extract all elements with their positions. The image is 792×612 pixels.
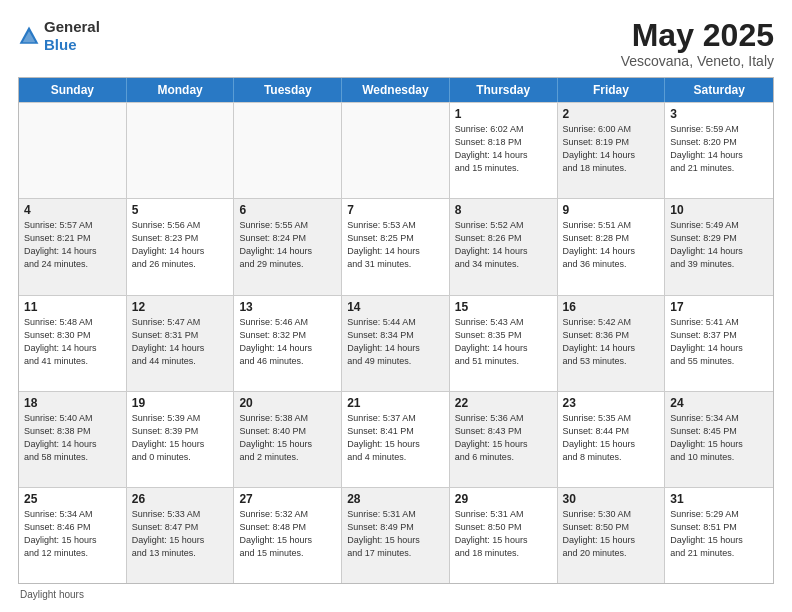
day-info: Sunrise: 5:53 AM Sunset: 8:25 PM Dayligh… [347,219,444,271]
calendar-cell [234,103,342,198]
calendar-header-cell: Tuesday [234,78,342,102]
day-info: Sunrise: 5:41 AM Sunset: 8:37 PM Dayligh… [670,316,768,368]
footer-note: Daylight hours [18,589,774,600]
calendar-header-cell: Sunday [19,78,127,102]
calendar-cell [127,103,235,198]
day-number: 25 [24,492,121,506]
day-number: 6 [239,203,336,217]
day-number: 15 [455,300,552,314]
day-info: Sunrise: 5:49 AM Sunset: 8:29 PM Dayligh… [670,219,768,271]
calendar-header-cell: Friday [558,78,666,102]
day-info: Sunrise: 5:40 AM Sunset: 8:38 PM Dayligh… [24,412,121,464]
day-info: Sunrise: 5:55 AM Sunset: 8:24 PM Dayligh… [239,219,336,271]
day-number: 22 [455,396,552,410]
day-number: 7 [347,203,444,217]
day-info: Sunrise: 5:44 AM Sunset: 8:34 PM Dayligh… [347,316,444,368]
day-info: Sunrise: 5:47 AM Sunset: 8:31 PM Dayligh… [132,316,229,368]
day-info: Sunrise: 5:33 AM Sunset: 8:47 PM Dayligh… [132,508,229,560]
day-number: 31 [670,492,768,506]
calendar-cell: 7Sunrise: 5:53 AM Sunset: 8:25 PM Daylig… [342,199,450,294]
calendar-cell: 19Sunrise: 5:39 AM Sunset: 8:39 PM Dayli… [127,392,235,487]
calendar-cell: 3Sunrise: 5:59 AM Sunset: 8:20 PM Daylig… [665,103,773,198]
calendar-cell: 28Sunrise: 5:31 AM Sunset: 8:49 PM Dayli… [342,488,450,583]
day-info: Sunrise: 5:29 AM Sunset: 8:51 PM Dayligh… [670,508,768,560]
day-info: Sunrise: 5:59 AM Sunset: 8:20 PM Dayligh… [670,123,768,175]
calendar-cell: 24Sunrise: 5:34 AM Sunset: 8:45 PM Dayli… [665,392,773,487]
calendar-week: 18Sunrise: 5:40 AM Sunset: 8:38 PM Dayli… [19,391,773,487]
day-number: 14 [347,300,444,314]
day-info: Sunrise: 5:42 AM Sunset: 8:36 PM Dayligh… [563,316,660,368]
day-info: Sunrise: 5:30 AM Sunset: 8:50 PM Dayligh… [563,508,660,560]
calendar-cell: 14Sunrise: 5:44 AM Sunset: 8:34 PM Dayli… [342,296,450,391]
calendar-cell: 4Sunrise: 5:57 AM Sunset: 8:21 PM Daylig… [19,199,127,294]
header: General Blue May 2025 Vescovana, Veneto,… [18,18,774,69]
logo-icon [18,25,40,47]
day-info: Sunrise: 6:02 AM Sunset: 8:18 PM Dayligh… [455,123,552,175]
calendar-cell: 8Sunrise: 5:52 AM Sunset: 8:26 PM Daylig… [450,199,558,294]
calendar-cell: 23Sunrise: 5:35 AM Sunset: 8:44 PM Dayli… [558,392,666,487]
day-info: Sunrise: 5:37 AM Sunset: 8:41 PM Dayligh… [347,412,444,464]
calendar-cell: 15Sunrise: 5:43 AM Sunset: 8:35 PM Dayli… [450,296,558,391]
calendar-cell: 12Sunrise: 5:47 AM Sunset: 8:31 PM Dayli… [127,296,235,391]
main-title: May 2025 [621,18,774,53]
day-info: Sunrise: 5:56 AM Sunset: 8:23 PM Dayligh… [132,219,229,271]
day-number: 23 [563,396,660,410]
day-number: 3 [670,107,768,121]
day-number: 9 [563,203,660,217]
calendar-header-cell: Thursday [450,78,558,102]
calendar-cell: 30Sunrise: 5:30 AM Sunset: 8:50 PM Dayli… [558,488,666,583]
calendar-cell: 6Sunrise: 5:55 AM Sunset: 8:24 PM Daylig… [234,199,342,294]
calendar-header-cell: Monday [127,78,235,102]
day-number: 30 [563,492,660,506]
day-number: 13 [239,300,336,314]
day-number: 28 [347,492,444,506]
day-info: Sunrise: 5:31 AM Sunset: 8:49 PM Dayligh… [347,508,444,560]
subtitle: Vescovana, Veneto, Italy [621,53,774,69]
day-number: 8 [455,203,552,217]
day-info: Sunrise: 5:43 AM Sunset: 8:35 PM Dayligh… [455,316,552,368]
calendar-cell: 11Sunrise: 5:48 AM Sunset: 8:30 PM Dayli… [19,296,127,391]
day-info: Sunrise: 5:31 AM Sunset: 8:50 PM Dayligh… [455,508,552,560]
calendar-week: 25Sunrise: 5:34 AM Sunset: 8:46 PM Dayli… [19,487,773,583]
day-number: 26 [132,492,229,506]
day-number: 10 [670,203,768,217]
day-number: 19 [132,396,229,410]
calendar-cell: 10Sunrise: 5:49 AM Sunset: 8:29 PM Dayli… [665,199,773,294]
calendar-cell: 20Sunrise: 5:38 AM Sunset: 8:40 PM Dayli… [234,392,342,487]
calendar-cell: 2Sunrise: 6:00 AM Sunset: 8:19 PM Daylig… [558,103,666,198]
page: General Blue May 2025 Vescovana, Veneto,… [0,0,792,612]
day-info: Sunrise: 5:36 AM Sunset: 8:43 PM Dayligh… [455,412,552,464]
day-info: Sunrise: 5:39 AM Sunset: 8:39 PM Dayligh… [132,412,229,464]
day-info: Sunrise: 5:38 AM Sunset: 8:40 PM Dayligh… [239,412,336,464]
calendar-cell: 13Sunrise: 5:46 AM Sunset: 8:32 PM Dayli… [234,296,342,391]
day-number: 21 [347,396,444,410]
calendar-week: 1Sunrise: 6:02 AM Sunset: 8:18 PM Daylig… [19,102,773,198]
day-number: 12 [132,300,229,314]
calendar-cell: 5Sunrise: 5:56 AM Sunset: 8:23 PM Daylig… [127,199,235,294]
calendar-week: 11Sunrise: 5:48 AM Sunset: 8:30 PM Dayli… [19,295,773,391]
calendar-cell: 22Sunrise: 5:36 AM Sunset: 8:43 PM Dayli… [450,392,558,487]
title-block: May 2025 Vescovana, Veneto, Italy [621,18,774,69]
calendar-header-cell: Wednesday [342,78,450,102]
day-number: 16 [563,300,660,314]
calendar-cell [19,103,127,198]
calendar-cell: 16Sunrise: 5:42 AM Sunset: 8:36 PM Dayli… [558,296,666,391]
day-number: 27 [239,492,336,506]
day-number: 5 [132,203,229,217]
day-info: Sunrise: 5:51 AM Sunset: 8:28 PM Dayligh… [563,219,660,271]
day-info: Sunrise: 5:52 AM Sunset: 8:26 PM Dayligh… [455,219,552,271]
calendar-week: 4Sunrise: 5:57 AM Sunset: 8:21 PM Daylig… [19,198,773,294]
day-number: 18 [24,396,121,410]
day-info: Sunrise: 5:48 AM Sunset: 8:30 PM Dayligh… [24,316,121,368]
calendar-cell: 17Sunrise: 5:41 AM Sunset: 8:37 PM Dayli… [665,296,773,391]
calendar-cell: 31Sunrise: 5:29 AM Sunset: 8:51 PM Dayli… [665,488,773,583]
calendar-cell: 25Sunrise: 5:34 AM Sunset: 8:46 PM Dayli… [19,488,127,583]
calendar-cell: 21Sunrise: 5:37 AM Sunset: 8:41 PM Dayli… [342,392,450,487]
day-info: Sunrise: 5:34 AM Sunset: 8:45 PM Dayligh… [670,412,768,464]
day-number: 11 [24,300,121,314]
day-number: 17 [670,300,768,314]
day-number: 24 [670,396,768,410]
day-info: Sunrise: 5:34 AM Sunset: 8:46 PM Dayligh… [24,508,121,560]
calendar-cell: 29Sunrise: 5:31 AM Sunset: 8:50 PM Dayli… [450,488,558,583]
calendar-cell: 1Sunrise: 6:02 AM Sunset: 8:18 PM Daylig… [450,103,558,198]
